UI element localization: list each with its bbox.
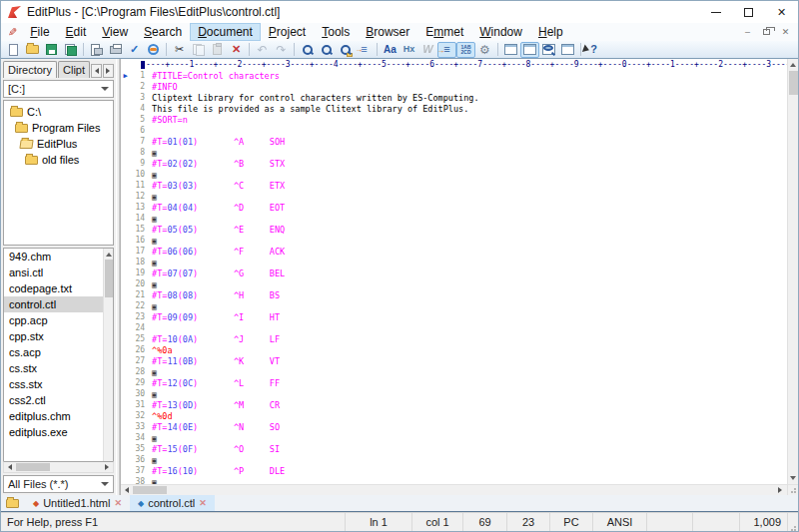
toggle-ruler-button[interactable]: ≡ [437,42,456,58]
spell-check-button[interactable]: ✓ [125,42,144,58]
view-in-browser-button[interactable] [144,42,163,58]
editor-line[interactable]: 30▣ [121,388,787,399]
tab-directory[interactable]: Directory [3,61,57,78]
file-list-vscrollbar[interactable] [103,249,113,461]
file-item-codepage-txt[interactable]: codepage.txt [4,280,113,296]
file-item-ansi-ctl[interactable]: ansi.ctl [4,265,113,280]
scrollbar-thumb[interactable] [16,463,50,471]
editor-line[interactable]: 7#T=01(01) ^A SOH [121,136,787,147]
save-all-button[interactable] [61,42,80,58]
goto-line-button[interactable]: ≡ [355,42,374,58]
scrollbar-thumb[interactable] [789,71,798,95]
directory-window-button[interactable] [520,42,539,58]
editor-text-area[interactable]: ▶1#TITLE=Control characters2#INFO3Clipte… [121,70,787,484]
editor-line[interactable]: 27#T=11(0B) ^K VT [121,355,787,366]
file-list-hscrollbar[interactable] [3,461,114,473]
menu-view[interactable]: View [94,23,136,41]
replace-button[interactable] [317,42,336,58]
context-help-button[interactable]: ? [584,42,603,58]
editor-line[interactable]: 31#T=13(0D) ^M CR [121,399,787,410]
file-item-editplus-exe[interactable]: editplus.exe [4,424,113,440]
preferences-button[interactable]: ⚙ [475,42,494,58]
open-file-button[interactable] [23,42,42,58]
editor-line[interactable]: 18▣ [121,257,787,267]
print-button[interactable] [106,42,125,58]
editor-line[interactable]: 4This file is provided as a sample Clite… [121,103,787,114]
editor-line[interactable]: 20▣ [121,278,787,289]
find-in-files-button[interactable] [336,42,355,58]
editor-line[interactable]: 15#T=05(05) ^E ENQ [121,224,787,235]
mdi-close-button[interactable]: ✕ [778,26,793,39]
editor-line[interactable]: 32^%0d [121,410,787,421]
close-button[interactable]: ✕ [765,1,798,23]
new-document-button[interactable] [4,42,23,58]
editor-line[interactable]: 5#SORT=n [121,114,787,125]
line-numbers-button[interactable] [456,42,475,58]
close-tab-icon[interactable]: ✕ [114,498,122,508]
scrollbar-thumb[interactable] [105,260,113,297]
editor-line[interactable]: 8▣ [121,147,787,158]
resize-grip[interactable] [788,513,798,531]
tree-item-program-files[interactable]: Program Files [4,120,113,136]
find-button[interactable] [298,42,317,58]
file-item-css2-ctl[interactable]: css2.ctl [4,392,113,408]
editor-line[interactable]: 38▣ [121,476,787,484]
editor-line[interactable]: 14▣ [121,213,787,224]
menu-window[interactable]: Window [471,23,530,41]
menu-edit[interactable]: Edit [58,23,95,41]
editor-line[interactable]: 25#T=10(0A) ^J LF [121,333,787,344]
file-item-editplus-chm[interactable]: editplus.chm [4,408,113,424]
editor-vscrollbar[interactable] [787,59,798,495]
print-preview-button[interactable] [87,42,106,58]
doc-tab-untitled1-html[interactable]: ◆Untitled1.html✕ [25,495,130,511]
editor-line[interactable]: 10▣ [121,169,787,180]
menu-browser[interactable]: Browser [358,23,417,41]
editor-line[interactable]: 33#T=14(0E) ^N SO [121,421,787,432]
editor-line[interactable]: 36▣ [121,454,787,465]
minimize-button[interactable] [699,1,732,23]
cut-button[interactable]: ✂ [170,42,189,58]
file-item-cs-stx[interactable]: cs.stx [4,360,113,376]
drive-select[interactable]: [C:] [3,80,114,98]
change-case-button[interactable]: Aa [381,42,400,58]
editor-line[interactable]: 34▣ [121,432,787,443]
editor-line[interactable]: 6 [121,125,787,136]
file-filter-select[interactable]: All Files (*.*) [3,475,114,493]
file-item-949-chm[interactable]: 949.chm [4,249,113,265]
editor-line[interactable]: 9#T=02(02) ^B STX [121,158,787,169]
editor-line[interactable]: 17#T=06(06) ^F ACK [121,246,787,257]
editor-hscrollbar[interactable] [121,484,787,495]
folder-icon[interactable] [6,499,19,508]
file-item-cpp-stx[interactable]: cpp.stx [4,328,113,344]
editor-line[interactable]: 23#T=09(09) ^I HT [121,311,787,322]
editor-line[interactable]: 37#T=16(10) ^P DLE [121,465,787,476]
menu-help[interactable]: Help [530,23,571,41]
editor-line[interactable]: 13#T=04(04) ^D EOT [121,202,787,213]
editor-line[interactable]: 24 [121,322,787,333]
tree-item-old-files[interactable]: old files [4,152,113,168]
editor-line[interactable]: 16▣ [121,235,787,246]
editor-line[interactable]: 26^%0a [121,344,787,355]
file-item-cpp-acp[interactable]: cpp.acp [4,312,113,328]
maximize-button[interactable] [732,1,765,23]
editor-line[interactable]: ▶1#TITLE=Control characters [121,70,787,81]
menu-emmet[interactable]: Emmet [417,23,471,41]
save-button[interactable] [42,42,61,58]
editor-line[interactable]: 21#T=08(08) ^H BS [121,289,787,300]
delete-button[interactable]: ✕ [227,42,246,58]
editor-line[interactable]: 28▣ [121,366,787,377]
tab-cliptext[interactable]: Clipt [58,61,90,78]
tab-scroll-right-button[interactable] [103,64,114,78]
editor-line[interactable]: 3Cliptext Library for control characters… [121,92,787,103]
hex-viewer-button[interactable]: Hx [400,42,418,58]
menu-search[interactable]: Search [136,23,190,41]
editor-line[interactable]: 12▣ [121,191,787,202]
editor-line[interactable]: 35#T=15(0F) ^O SI [121,443,787,454]
menu-file[interactable]: File [22,23,57,41]
editor-line[interactable]: 2#INFO [121,81,787,92]
menu-document[interactable]: Document [190,23,261,41]
mdi-restore-button[interactable] [759,26,774,39]
mdi-minimize-button[interactable]: – [740,26,755,39]
tree-item-c[interactable]: C:\ [4,104,113,120]
editor-line[interactable]: 29#T=12(0C) ^L FF [121,377,787,388]
